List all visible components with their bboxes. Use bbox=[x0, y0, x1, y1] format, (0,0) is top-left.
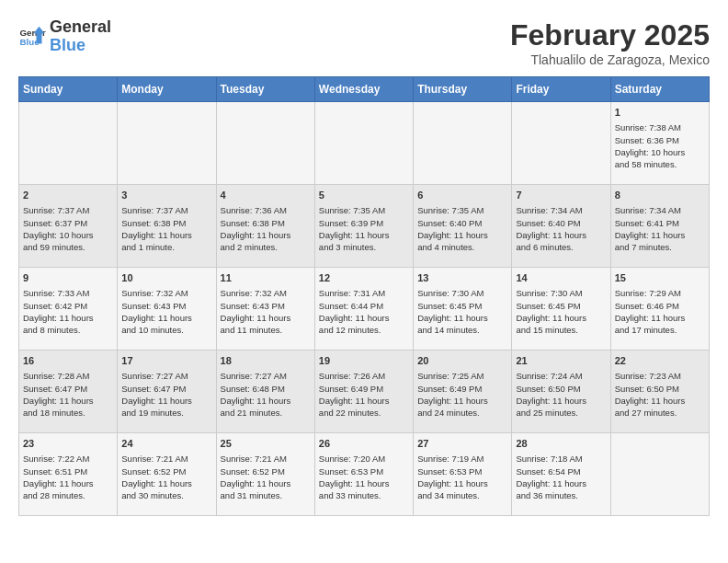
day-number: 12 bbox=[319, 271, 409, 285]
day-info: Sunrise: 7:32 AM Sunset: 6:43 PM Dayligh… bbox=[121, 287, 211, 336]
week-row-3: 9Sunrise: 7:33 AM Sunset: 6:42 PM Daylig… bbox=[19, 268, 710, 350]
day-cell bbox=[314, 102, 413, 185]
day-number: 15 bbox=[615, 271, 705, 285]
day-cell bbox=[216, 102, 314, 185]
day-cell: 19Sunrise: 7:26 AM Sunset: 6:49 PM Dayli… bbox=[314, 350, 413, 433]
day-cell: 23Sunrise: 7:22 AM Sunset: 6:51 PM Dayli… bbox=[19, 433, 118, 516]
day-info: Sunrise: 7:31 AM Sunset: 6:44 PM Dayligh… bbox=[319, 287, 409, 336]
calendar-body: 1Sunrise: 7:38 AM Sunset: 6:36 PM Daylig… bbox=[19, 102, 710, 516]
header-day-monday: Monday bbox=[118, 77, 216, 102]
day-cell: 1Sunrise: 7:38 AM Sunset: 6:36 PM Daylig… bbox=[610, 102, 709, 185]
header-day-saturday: Saturday bbox=[610, 77, 709, 102]
day-cell: 26Sunrise: 7:20 AM Sunset: 6:53 PM Dayli… bbox=[314, 433, 413, 516]
day-number: 21 bbox=[516, 354, 606, 368]
logo-icon: General Blue bbox=[18, 23, 46, 51]
day-cell: 20Sunrise: 7:25 AM Sunset: 6:49 PM Dayli… bbox=[414, 350, 512, 433]
day-info: Sunrise: 7:34 AM Sunset: 6:41 PM Dayligh… bbox=[615, 204, 705, 253]
header-day-sunday: Sunday bbox=[19, 77, 118, 102]
header-day-tuesday: Tuesday bbox=[216, 77, 314, 102]
day-info: Sunrise: 7:23 AM Sunset: 6:50 PM Dayligh… bbox=[615, 370, 705, 419]
day-number: 25 bbox=[221, 437, 311, 451]
day-info: Sunrise: 7:35 AM Sunset: 6:39 PM Dayligh… bbox=[319, 204, 409, 253]
day-info: Sunrise: 7:27 AM Sunset: 6:47 PM Dayligh… bbox=[121, 370, 211, 419]
day-number: 5 bbox=[319, 189, 409, 202]
logo-text: General Blue bbox=[50, 18, 111, 55]
header-row: SundayMondayTuesdayWednesdayThursdayFrid… bbox=[19, 77, 710, 102]
day-cell: 18Sunrise: 7:27 AM Sunset: 6:48 PM Dayli… bbox=[216, 350, 314, 433]
day-number: 22 bbox=[615, 354, 705, 368]
day-number: 6 bbox=[417, 189, 507, 202]
month-title: February 2025 bbox=[510, 18, 710, 52]
day-info: Sunrise: 7:21 AM Sunset: 6:52 PM Dayligh… bbox=[221, 453, 311, 501]
day-info: Sunrise: 7:32 AM Sunset: 6:43 PM Dayligh… bbox=[221, 287, 311, 336]
day-info: Sunrise: 7:33 AM Sunset: 6:42 PM Dayligh… bbox=[23, 287, 113, 336]
day-number: 23 bbox=[23, 437, 113, 451]
day-info: Sunrise: 7:18 AM Sunset: 6:54 PM Dayligh… bbox=[516, 453, 606, 501]
day-cell: 7Sunrise: 7:34 AM Sunset: 6:40 PM Daylig… bbox=[512, 185, 610, 268]
day-cell: 28Sunrise: 7:18 AM Sunset: 6:54 PM Dayli… bbox=[512, 433, 610, 516]
day-cell: 4Sunrise: 7:36 AM Sunset: 6:38 PM Daylig… bbox=[216, 185, 314, 268]
day-cell bbox=[414, 102, 512, 185]
day-cell: 6Sunrise: 7:35 AM Sunset: 6:40 PM Daylig… bbox=[414, 185, 512, 268]
day-cell bbox=[610, 433, 709, 516]
header-day-wednesday: Wednesday bbox=[314, 77, 413, 102]
day-info: Sunrise: 7:21 AM Sunset: 6:52 PM Dayligh… bbox=[121, 453, 211, 501]
week-row-5: 23Sunrise: 7:22 AM Sunset: 6:51 PM Dayli… bbox=[19, 433, 710, 516]
day-cell: 12Sunrise: 7:31 AM Sunset: 6:44 PM Dayli… bbox=[314, 268, 413, 350]
day-info: Sunrise: 7:38 AM Sunset: 6:36 PM Dayligh… bbox=[615, 121, 705, 170]
day-number: 11 bbox=[221, 271, 311, 285]
day-info: Sunrise: 7:26 AM Sunset: 6:49 PM Dayligh… bbox=[319, 370, 409, 419]
day-cell: 13Sunrise: 7:30 AM Sunset: 6:45 PM Dayli… bbox=[414, 268, 512, 350]
day-info: Sunrise: 7:28 AM Sunset: 6:47 PM Dayligh… bbox=[23, 370, 113, 419]
day-cell: 11Sunrise: 7:32 AM Sunset: 6:43 PM Dayli… bbox=[216, 268, 314, 350]
week-row-4: 16Sunrise: 7:28 AM Sunset: 6:47 PM Dayli… bbox=[19, 350, 710, 433]
day-cell bbox=[118, 102, 216, 185]
day-number: 17 bbox=[121, 354, 211, 368]
day-number: 14 bbox=[516, 271, 606, 285]
day-cell bbox=[512, 102, 610, 185]
day-cell: 9Sunrise: 7:33 AM Sunset: 6:42 PM Daylig… bbox=[19, 268, 118, 350]
day-number: 20 bbox=[417, 354, 507, 368]
day-number: 19 bbox=[319, 354, 409, 368]
day-info: Sunrise: 7:20 AM Sunset: 6:53 PM Dayligh… bbox=[319, 453, 409, 501]
day-number: 8 bbox=[615, 189, 705, 202]
day-number: 2 bbox=[23, 189, 113, 202]
location-subtitle: Tlahualilo de Zaragoza, Mexico bbox=[510, 52, 710, 67]
day-cell: 14Sunrise: 7:30 AM Sunset: 6:45 PM Dayli… bbox=[512, 268, 610, 350]
day-info: Sunrise: 7:30 AM Sunset: 6:45 PM Dayligh… bbox=[516, 287, 606, 336]
day-number: 4 bbox=[221, 189, 311, 202]
day-cell: 10Sunrise: 7:32 AM Sunset: 6:43 PM Dayli… bbox=[118, 268, 216, 350]
day-info: Sunrise: 7:36 AM Sunset: 6:38 PM Dayligh… bbox=[221, 204, 311, 253]
day-number: 16 bbox=[23, 354, 113, 368]
day-cell: 22Sunrise: 7:23 AM Sunset: 6:50 PM Dayli… bbox=[610, 350, 709, 433]
header-day-friday: Friday bbox=[512, 77, 610, 102]
day-number: 26 bbox=[319, 437, 409, 451]
day-cell: 21Sunrise: 7:24 AM Sunset: 6:50 PM Dayli… bbox=[512, 350, 610, 433]
day-info: Sunrise: 7:29 AM Sunset: 6:46 PM Dayligh… bbox=[615, 287, 705, 336]
day-info: Sunrise: 7:25 AM Sunset: 6:49 PM Dayligh… bbox=[417, 370, 507, 419]
page-header: General Blue General Blue February 2025 … bbox=[18, 18, 710, 67]
day-number: 28 bbox=[516, 437, 606, 451]
day-info: Sunrise: 7:30 AM Sunset: 6:45 PM Dayligh… bbox=[417, 287, 507, 336]
day-number: 10 bbox=[121, 271, 211, 285]
day-cell: 16Sunrise: 7:28 AM Sunset: 6:47 PM Dayli… bbox=[19, 350, 118, 433]
day-cell: 17Sunrise: 7:27 AM Sunset: 6:47 PM Dayli… bbox=[118, 350, 216, 433]
header-day-thursday: Thursday bbox=[414, 77, 512, 102]
calendar-table: SundayMondayTuesdayWednesdayThursdayFrid… bbox=[18, 76, 710, 516]
day-cell: 25Sunrise: 7:21 AM Sunset: 6:52 PM Dayli… bbox=[216, 433, 314, 516]
day-info: Sunrise: 7:27 AM Sunset: 6:48 PM Dayligh… bbox=[221, 370, 311, 419]
day-number: 13 bbox=[417, 271, 507, 285]
logo: General Blue General Blue bbox=[18, 18, 111, 55]
day-info: Sunrise: 7:22 AM Sunset: 6:51 PM Dayligh… bbox=[23, 453, 113, 501]
day-number: 7 bbox=[516, 189, 606, 202]
day-info: Sunrise: 7:35 AM Sunset: 6:40 PM Dayligh… bbox=[417, 204, 507, 253]
title-block: February 2025 Tlahualilo de Zaragoza, Me… bbox=[510, 18, 710, 67]
day-number: 3 bbox=[121, 189, 211, 202]
day-number: 24 bbox=[121, 437, 211, 451]
day-info: Sunrise: 7:37 AM Sunset: 6:37 PM Dayligh… bbox=[23, 204, 113, 253]
day-cell bbox=[19, 102, 118, 185]
day-cell: 24Sunrise: 7:21 AM Sunset: 6:52 PM Dayli… bbox=[118, 433, 216, 516]
day-cell: 5Sunrise: 7:35 AM Sunset: 6:39 PM Daylig… bbox=[314, 185, 413, 268]
day-info: Sunrise: 7:37 AM Sunset: 6:38 PM Dayligh… bbox=[121, 204, 211, 253]
week-row-2: 2Sunrise: 7:37 AM Sunset: 6:37 PM Daylig… bbox=[19, 185, 710, 268]
